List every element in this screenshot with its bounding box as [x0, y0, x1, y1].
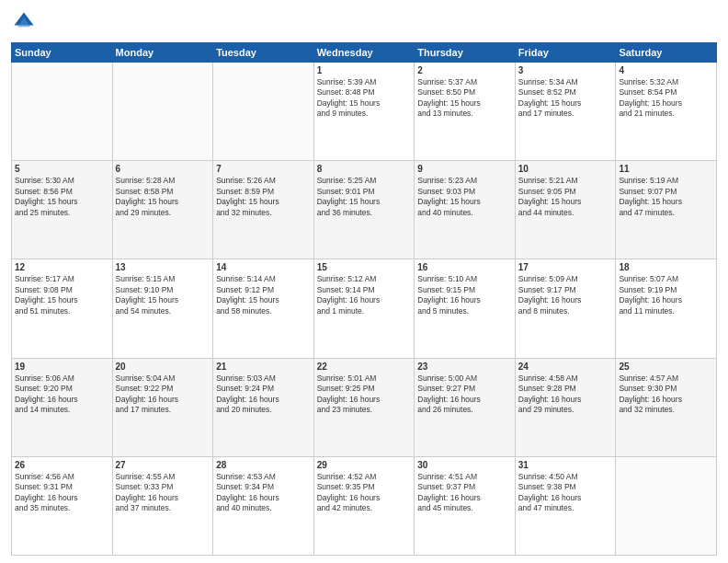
- day-info: Sunrise: 5:32 AM Sunset: 8:54 PM Dayligh…: [619, 77, 713, 120]
- day-number: 3: [518, 65, 613, 75]
- calendar-cell: 8Sunrise: 5:25 AM Sunset: 9:01 PM Daylig…: [313, 161, 415, 259]
- weekday-tuesday: Tuesday: [213, 43, 314, 63]
- day-number: 7: [216, 164, 311, 174]
- logo: [11, 9, 40, 35]
- day-number: 15: [317, 262, 412, 272]
- day-number: 20: [116, 362, 210, 372]
- calendar-cell: 31Sunrise: 4:50 AM Sunset: 9:38 PM Dayli…: [515, 456, 616, 555]
- day-info: Sunrise: 4:51 AM Sunset: 9:37 PM Dayligh…: [417, 472, 512, 514]
- day-number: 27: [116, 460, 210, 470]
- day-info: Sunrise: 5:12 AM Sunset: 9:14 PM Dayligh…: [317, 274, 412, 316]
- day-info: Sunrise: 5:17 AM Sunset: 9:08 PM Dayligh…: [15, 274, 109, 316]
- day-info: Sunrise: 4:52 AM Sunset: 9:35 PM Dayligh…: [317, 472, 412, 514]
- calendar-cell: 1Sunrise: 5:39 AM Sunset: 8:48 PM Daylig…: [313, 63, 415, 161]
- day-number: 5: [15, 164, 109, 174]
- calendar-cell: 13Sunrise: 5:15 AM Sunset: 9:10 PM Dayli…: [112, 259, 213, 358]
- day-info: Sunrise: 5:07 AM Sunset: 9:19 PM Dayligh…: [619, 274, 713, 316]
- day-info: Sunrise: 5:34 AM Sunset: 8:52 PM Dayligh…: [518, 77, 613, 120]
- calendar-cell: 11Sunrise: 5:19 AM Sunset: 9:07 PM Dayli…: [616, 161, 717, 259]
- calendar-cell: 24Sunrise: 4:58 AM Sunset: 9:28 PM Dayli…: [515, 358, 616, 456]
- week-row-4: 26Sunrise: 4:56 AM Sunset: 9:31 PM Dayli…: [12, 456, 717, 555]
- day-info: Sunrise: 5:30 AM Sunset: 8:56 PM Dayligh…: [15, 176, 109, 218]
- day-number: 29: [317, 460, 412, 470]
- calendar-cell: 10Sunrise: 5:21 AM Sunset: 9:05 PM Dayli…: [515, 161, 616, 259]
- week-row-2: 12Sunrise: 5:17 AM Sunset: 9:08 PM Dayli…: [12, 259, 717, 358]
- day-info: Sunrise: 5:19 AM Sunset: 9:07 PM Dayligh…: [619, 176, 713, 218]
- day-number: 1: [317, 65, 412, 75]
- weekday-thursday: Thursday: [415, 43, 516, 63]
- day-info: Sunrise: 5:03 AM Sunset: 9:24 PM Dayligh…: [216, 373, 311, 416]
- calendar-cell: 7Sunrise: 5:26 AM Sunset: 8:59 PM Daylig…: [213, 161, 314, 259]
- calendar-cell: 5Sunrise: 5:30 AM Sunset: 8:56 PM Daylig…: [12, 161, 113, 259]
- day-info: Sunrise: 4:56 AM Sunset: 9:31 PM Dayligh…: [15, 472, 109, 514]
- day-info: Sunrise: 5:09 AM Sunset: 9:17 PM Dayligh…: [518, 274, 613, 316]
- calendar-cell: [12, 63, 113, 161]
- calendar-table: SundayMondayTuesdayWednesdayThursdayFrid…: [11, 42, 717, 556]
- day-number: 14: [216, 262, 311, 272]
- day-info: Sunrise: 5:26 AM Sunset: 8:59 PM Dayligh…: [216, 176, 311, 218]
- calendar-cell: 29Sunrise: 4:52 AM Sunset: 9:35 PM Dayli…: [313, 456, 415, 555]
- day-number: 18: [619, 262, 713, 272]
- day-number: 11: [619, 164, 713, 174]
- day-info: Sunrise: 4:55 AM Sunset: 9:33 PM Dayligh…: [116, 472, 210, 514]
- calendar-cell: 16Sunrise: 5:10 AM Sunset: 9:15 PM Dayli…: [415, 259, 516, 358]
- day-info: Sunrise: 5:10 AM Sunset: 9:15 PM Dayligh…: [417, 274, 512, 316]
- calendar-cell: [616, 456, 717, 555]
- week-row-0: 1Sunrise: 5:39 AM Sunset: 8:48 PM Daylig…: [12, 63, 717, 161]
- calendar-cell: 15Sunrise: 5:12 AM Sunset: 9:14 PM Dayli…: [313, 259, 415, 358]
- calendar-cell: 27Sunrise: 4:55 AM Sunset: 9:33 PM Dayli…: [112, 456, 213, 555]
- calendar-cell: 14Sunrise: 5:14 AM Sunset: 9:12 PM Dayli…: [213, 259, 314, 358]
- day-number: 28: [216, 460, 311, 470]
- week-row-3: 19Sunrise: 5:06 AM Sunset: 9:20 PM Dayli…: [12, 358, 717, 456]
- day-info: Sunrise: 5:23 AM Sunset: 9:03 PM Dayligh…: [417, 176, 512, 218]
- day-number: 12: [15, 262, 109, 272]
- calendar-cell: 12Sunrise: 5:17 AM Sunset: 9:08 PM Dayli…: [12, 259, 113, 358]
- day-number: 6: [116, 164, 210, 174]
- day-info: Sunrise: 5:04 AM Sunset: 9:22 PM Dayligh…: [116, 373, 210, 416]
- calendar-header: SundayMondayTuesdayWednesdayThursdayFrid…: [12, 43, 717, 63]
- calendar-cell: 2Sunrise: 5:37 AM Sunset: 8:50 PM Daylig…: [415, 63, 516, 161]
- calendar-cell: [112, 63, 213, 161]
- calendar-cell: 19Sunrise: 5:06 AM Sunset: 9:20 PM Dayli…: [12, 358, 113, 456]
- weekday-wednesday: Wednesday: [313, 43, 415, 63]
- weekday-sunday: Sunday: [12, 43, 113, 63]
- day-number: 22: [317, 362, 412, 372]
- day-number: 21: [216, 362, 311, 372]
- calendar-cell: 4Sunrise: 5:32 AM Sunset: 8:54 PM Daylig…: [616, 63, 717, 161]
- day-info: Sunrise: 5:37 AM Sunset: 8:50 PM Dayligh…: [417, 77, 512, 120]
- day-info: Sunrise: 4:53 AM Sunset: 9:34 PM Dayligh…: [216, 472, 311, 514]
- calendar-cell: 3Sunrise: 5:34 AM Sunset: 8:52 PM Daylig…: [515, 63, 616, 161]
- calendar-cell: 20Sunrise: 5:04 AM Sunset: 9:22 PM Dayli…: [112, 358, 213, 456]
- day-info: Sunrise: 5:25 AM Sunset: 9:01 PM Dayligh…: [317, 176, 412, 218]
- day-info: Sunrise: 4:50 AM Sunset: 9:38 PM Dayligh…: [518, 472, 613, 514]
- day-number: 16: [417, 262, 512, 272]
- day-number: 31: [518, 460, 613, 470]
- calendar-cell: 21Sunrise: 5:03 AM Sunset: 9:24 PM Dayli…: [213, 358, 314, 456]
- weekday-header-row: SundayMondayTuesdayWednesdayThursdayFrid…: [12, 43, 717, 63]
- day-info: Sunrise: 5:06 AM Sunset: 9:20 PM Dayligh…: [15, 373, 109, 416]
- weekday-friday: Friday: [515, 43, 616, 63]
- day-number: 24: [518, 362, 613, 372]
- day-number: 23: [417, 362, 512, 372]
- day-info: Sunrise: 5:01 AM Sunset: 9:25 PM Dayligh…: [317, 373, 412, 416]
- day-info: Sunrise: 4:58 AM Sunset: 9:28 PM Dayligh…: [518, 373, 613, 416]
- day-number: 13: [116, 262, 210, 272]
- calendar-cell: 18Sunrise: 5:07 AM Sunset: 9:19 PM Dayli…: [616, 259, 717, 358]
- day-number: 2: [417, 65, 512, 75]
- day-number: 4: [619, 65, 713, 75]
- day-number: 19: [15, 362, 109, 372]
- logo-icon: [11, 9, 37, 35]
- day-info: Sunrise: 5:39 AM Sunset: 8:48 PM Dayligh…: [317, 77, 412, 120]
- day-number: 30: [417, 460, 512, 470]
- day-info: Sunrise: 5:15 AM Sunset: 9:10 PM Dayligh…: [116, 274, 210, 316]
- calendar-cell: 23Sunrise: 5:00 AM Sunset: 9:27 PM Dayli…: [415, 358, 516, 456]
- calendar-body: 1Sunrise: 5:39 AM Sunset: 8:48 PM Daylig…: [12, 63, 717, 556]
- weekday-saturday: Saturday: [616, 43, 717, 63]
- day-number: 25: [619, 362, 713, 372]
- weekday-monday: Monday: [112, 43, 213, 63]
- calendar-cell: 25Sunrise: 4:57 AM Sunset: 9:30 PM Dayli…: [616, 358, 717, 456]
- calendar-cell: [213, 63, 314, 161]
- day-info: Sunrise: 5:28 AM Sunset: 8:58 PM Dayligh…: [116, 176, 210, 218]
- day-info: Sunrise: 5:00 AM Sunset: 9:27 PM Dayligh…: [417, 373, 512, 416]
- calendar-cell: 22Sunrise: 5:01 AM Sunset: 9:25 PM Dayli…: [313, 358, 415, 456]
